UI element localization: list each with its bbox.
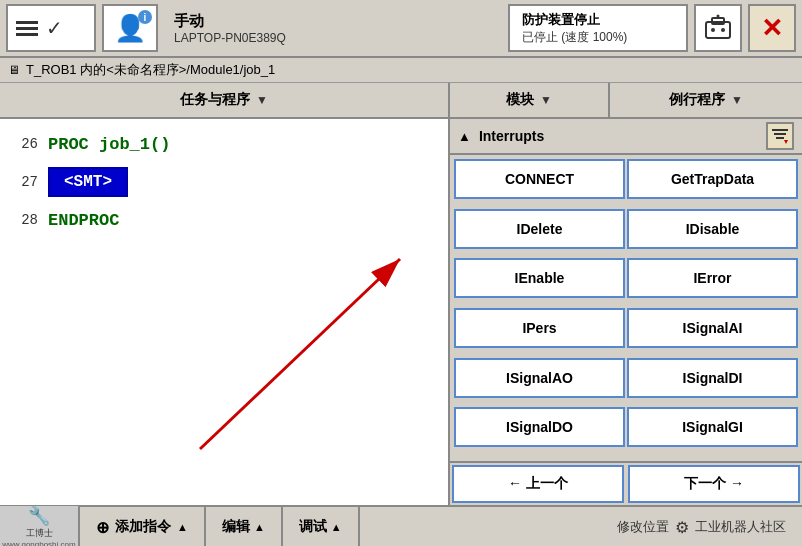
bottom-nav: 🔧 工博士 www.gongboshi.com ⊕ 添加指令 ▲ 编辑 ▲ 调试… <box>0 505 802 546</box>
routine-isignaldi-btn[interactable]: ISignalDI <box>627 358 798 398</box>
endproc-keyword: ENDPROC <box>48 211 119 230</box>
gear-icon: ⚙ <box>675 518 689 537</box>
debug-btn[interactable]: 调试 ▲ <box>283 506 360 546</box>
menu-check-group: ✓ <box>6 4 96 52</box>
col3-arrow-icon: ▼ <box>731 93 743 107</box>
routine-isignaldo-btn[interactable]: ISignalDO <box>454 407 625 447</box>
breadcrumb-text: T_ROB1 内的<未命名程序>/Module1/job_1 <box>26 61 275 79</box>
pagination-row: ← 上一个 下一个 → <box>450 461 802 505</box>
code-line-27[interactable]: 27 <SMT> <box>0 163 448 201</box>
breadcrumb-icon: 🖥 <box>8 63 20 77</box>
routine-header: ▲ Interrupts <box>450 119 802 155</box>
routine-panel: ▲ Interrupts CONNECT GetTrapData IDelete… <box>450 119 802 505</box>
routine-idisable-btn[interactable]: IDisable <box>627 209 798 249</box>
routine-idelete-btn[interactable]: IDelete <box>454 209 625 249</box>
bottom-right-area: 修改位置 ⚙ 工业机器人社区 <box>360 518 802 537</box>
hamburger-icon[interactable] <box>16 21 38 36</box>
proc-declaration: PROC job_1() <box>48 135 170 154</box>
smt-button[interactable]: <SMT> <box>48 167 128 197</box>
code-line-26: 26 PROC job_1() <box>0 125 448 163</box>
code-line-28: 28 ENDPROC <box>0 201 448 239</box>
next-page-btn[interactable]: 下一个 → <box>628 465 800 503</box>
logo-area: 🔧 工博士 www.gongboshi.com <box>0 506 80 546</box>
debug-arrow-icon: ▲ <box>331 521 342 533</box>
svg-point-5 <box>717 15 720 18</box>
info-icon-box[interactable]: 👤 i <box>102 4 158 52</box>
prev-page-btn[interactable]: ← 上一个 <box>452 465 624 503</box>
svg-rect-9 <box>774 133 786 135</box>
svg-marker-11 <box>784 140 788 144</box>
routine-ierror-btn[interactable]: IError <box>627 258 798 298</box>
code-panel: 26 PROC job_1() 27 <SMT> 28 ENDPROC <box>0 119 450 505</box>
routine-isignalgi-btn[interactable]: ISignalGI <box>627 407 798 447</box>
status-box: 防护装置停止 已停止 (速度 100%) <box>508 4 688 52</box>
routine-header-title: Interrupts <box>479 128 544 144</box>
modify-position-label[interactable]: 修改位置 <box>617 518 669 536</box>
routine-connect-btn[interactable]: CONNECT <box>454 159 625 199</box>
svg-rect-10 <box>776 137 784 139</box>
col-header-routines[interactable]: 例行程序 ▼ <box>610 83 802 117</box>
add-arrow-icon: ▲ <box>177 521 188 533</box>
sort-filter-icon[interactable] <box>766 122 794 150</box>
col2-arrow-icon: ▼ <box>540 93 552 107</box>
top-bar: ✓ 👤 i 手动 LAPTOP-PN0E389Q 防护装置停止 已停止 (速度 … <box>0 0 802 58</box>
svg-line-7 <box>200 259 400 449</box>
info-badge: i <box>138 10 152 24</box>
column-headers: 任务与程序 ▼ 模块 ▼ 例行程序 ▼ <box>0 83 802 119</box>
svg-point-2 <box>711 28 715 32</box>
routine-ipers-btn[interactable]: IPers <box>454 308 625 348</box>
checkmark-icon: ✓ <box>46 16 63 40</box>
status-line2: 已停止 (速度 100%) <box>522 29 627 46</box>
device-label: LAPTOP-PN0E389Q <box>174 31 502 45</box>
status-line1: 防护装置停止 <box>522 11 600 29</box>
mode-label: 手动 <box>174 12 502 31</box>
close-button[interactable]: ✕ <box>748 4 796 52</box>
routine-isignaiao-btn[interactable]: ISignalAO <box>454 358 625 398</box>
main-area: 26 PROC job_1() 27 <SMT> 28 ENDPROC ▲ In… <box>0 119 802 505</box>
mode-info: 手动 LAPTOP-PN0E389Q <box>164 12 502 45</box>
svg-rect-8 <box>772 129 788 131</box>
routine-ienable-btn[interactable]: IEnable <box>454 258 625 298</box>
col1-arrow-icon: ▼ <box>256 93 268 107</box>
edit-arrow-icon: ▲ <box>254 521 265 533</box>
col-header-tasks[interactable]: 任务与程序 ▼ <box>0 83 450 117</box>
edit-btn[interactable]: 编辑 ▲ <box>206 506 283 546</box>
svg-point-3 <box>721 28 725 32</box>
add-instruction-btn[interactable]: ⊕ 添加指令 ▲ <box>80 506 206 546</box>
routine-gettrapdata-btn[interactable]: GetTrapData <box>627 159 798 199</box>
routine-isignalai-btn[interactable]: ISignalAI <box>627 308 798 348</box>
community-label[interactable]: 工业机器人社区 <box>695 518 786 536</box>
col-header-modules[interactable]: 模块 ▼ <box>450 83 610 117</box>
robot-icon-btn[interactable] <box>694 4 742 52</box>
breadcrumb: 🖥 T_ROB1 内的<未命名程序>/Module1/job_1 <box>0 58 802 83</box>
up-arrow-icon[interactable]: ▲ <box>458 129 471 144</box>
routine-grid: CONNECT GetTrapData IDelete IDisable IEn… <box>450 155 802 459</box>
add-icon: ⊕ <box>96 518 109 537</box>
